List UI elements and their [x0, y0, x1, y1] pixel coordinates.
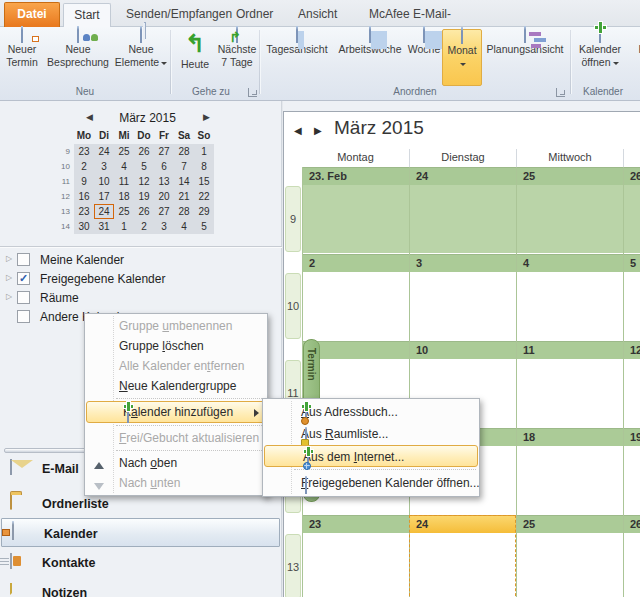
tree-item-raeume[interactable]: ▷ Räume	[0, 289, 280, 308]
minical-day[interactable]: 31	[94, 219, 114, 234]
calendar-cell[interactable]: 23. Feb	[302, 167, 409, 254]
anordnen-dialog-launcher[interactable]	[556, 88, 565, 97]
menu-item-kalender-hinzufuegen[interactable]: Kalender hinzufügen	[86, 401, 266, 423]
minical-day[interactable]: 26	[134, 204, 154, 219]
minical-day[interactable]: 14	[174, 174, 194, 189]
new-appointment-button[interactable]: NeuerTermin	[2, 29, 42, 86]
nav-contacts[interactable]: Kontakte	[0, 548, 281, 577]
calendar-cell[interactable]: 11	[516, 341, 623, 428]
next-7-days-button[interactable]: ↱ Nächste7 Tage	[216, 29, 258, 86]
menu-item-gruppe-loeschen[interactable]: Gruppe löschen	[85, 336, 267, 356]
submenu-item-aus-adressbuch[interactable]: Aus Adressbuch...	[263, 401, 479, 423]
minical-day[interactable]: 9	[74, 174, 94, 189]
new-items-button[interactable]: Neue Elemente	[114, 29, 168, 86]
checkbox[interactable]	[17, 291, 30, 304]
tree-item-meine-kalender[interactable]: ▷ Meine Kalender	[0, 251, 280, 270]
minical-day[interactable]: 27	[154, 144, 174, 159]
expand-triangle-icon[interactable]: ▷	[6, 273, 12, 282]
calendar-cell[interactable]: 19	[623, 428, 640, 515]
week-view-button[interactable]: Woche	[405, 29, 443, 86]
minical-day[interactable]: 23	[74, 204, 94, 219]
minical-day[interactable]: 1	[194, 144, 214, 159]
minical-day[interactable]: 13	[154, 174, 174, 189]
minical-day[interactable]: 29	[194, 204, 214, 219]
calendar-cell[interactable]: 24	[409, 167, 516, 254]
calendar-cell[interactable]: 5	[623, 254, 640, 341]
minical-day[interactable]: 27	[154, 204, 174, 219]
minical-day[interactable]: 5	[134, 159, 154, 174]
calendar-cell[interactable]: 26	[623, 167, 640, 254]
nav-calendar[interactable]: Kalender	[1, 518, 280, 547]
minical-day[interactable]: 16	[74, 189, 94, 204]
calendar-cell[interactable]: 25	[516, 515, 623, 597]
minical-next-arrow[interactable]: ▶	[203, 112, 210, 122]
calendar-cell[interactable]: 3	[409, 254, 516, 341]
tab-start[interactable]: Start	[63, 3, 111, 27]
minical-day[interactable]: 1	[114, 219, 134, 234]
calendar-cell[interactable]: 18	[516, 428, 623, 515]
minical-day[interactable]: 2	[134, 219, 154, 234]
menu-item-nach-oben[interactable]: Nach oben	[85, 453, 267, 473]
minical-day[interactable]: 21	[174, 189, 194, 204]
minical-day[interactable]: 22	[194, 189, 214, 204]
minical-day[interactable]: 8	[194, 159, 214, 174]
checkbox[interactable]	[17, 310, 30, 323]
minical-day[interactable]: 23	[74, 144, 94, 159]
minical-day[interactable]: 30	[74, 219, 94, 234]
minical-day[interactable]: 15	[194, 174, 214, 189]
minical-day[interactable]: 10	[94, 174, 114, 189]
open-calendar-button[interactable]: Kalender öffnen	[573, 29, 627, 86]
calendar-cell[interactable]: 25	[516, 167, 623, 254]
minical-day[interactable]: 6	[154, 159, 174, 174]
tab-datei[interactable]: Datei	[4, 2, 60, 27]
work-week-view-button[interactable]: Arbeitswoche	[334, 29, 406, 86]
day-view-button[interactable]: Tagesansicht	[261, 29, 333, 86]
tab-senden-empfangen[interactable]: Senden/Empfangen	[116, 3, 224, 27]
minical-day[interactable]: 20	[154, 189, 174, 204]
minical-day[interactable]: 7	[174, 159, 194, 174]
calendar-cell[interactable]: 4	[516, 254, 623, 341]
today-button[interactable]: ↰ Heute	[174, 29, 216, 86]
calendar-cell[interactable]: 12	[623, 341, 640, 428]
minical-day[interactable]: 18	[114, 189, 134, 204]
tab-mcafee[interactable]: McAfee E-Mail-Scan	[350, 3, 470, 27]
menu-item-neue-kalendergruppe[interactable]: Neue Kalendergruppe	[85, 376, 267, 396]
minical-day[interactable]: 11	[114, 174, 134, 189]
minical-day[interactable]: 25	[114, 204, 134, 219]
minical-day[interactable]: 25	[114, 144, 134, 159]
minical-day-selected[interactable]: 24	[94, 204, 114, 219]
minical-day[interactable]: 2	[74, 159, 94, 174]
tab-ordner[interactable]: Ordner	[226, 3, 282, 27]
new-meeting-button[interactable]: NeueBesprechung	[42, 29, 114, 86]
minical-day[interactable]: 28	[174, 204, 194, 219]
tab-ansicht[interactable]: Ansicht	[288, 3, 346, 27]
minical-day[interactable]: 4	[114, 159, 134, 174]
calendar-forward-arrow[interactable]: ▶	[314, 125, 322, 136]
tree-item-freigegebene-kalender[interactable]: ▷ ✓ Freigegebene Kalender	[0, 270, 280, 289]
minical-day[interactable]: 19	[134, 189, 154, 204]
checkbox-checked[interactable]: ✓	[17, 272, 30, 285]
calendar-cell-today[interactable]: 24	[409, 515, 516, 597]
minical-prev-arrow[interactable]: ◀	[86, 112, 93, 122]
expand-triangle-icon[interactable]: ▷	[6, 292, 12, 301]
minical-day[interactable]: 3	[94, 159, 114, 174]
calendar-cell[interactable]: 2	[302, 254, 409, 341]
submenu-item-freigegebenen-kalender[interactable]: Freigegebenen Kalender öffnen...	[263, 472, 479, 494]
minical-day[interactable]: 5	[194, 219, 214, 234]
submenu-item-aus-raumliste[interactable]: Aus Raumliste...	[263, 423, 479, 445]
minical-day[interactable]: 26	[134, 144, 154, 159]
gehezu-dialog-launcher[interactable]	[248, 88, 257, 97]
month-view-button[interactable]: Monat	[442, 29, 482, 86]
calendar-back-arrow[interactable]: ◀	[294, 125, 302, 136]
minical-day[interactable]: 28	[174, 144, 194, 159]
calendar-groups-button-partial[interactable]: Kale	[629, 29, 640, 86]
schedule-view-button[interactable]: Planungsansicht	[482, 29, 568, 86]
expand-triangle-icon[interactable]: ▷	[6, 254, 12, 263]
calendar-cell[interactable]: 23	[302, 515, 409, 597]
checkbox[interactable]	[17, 253, 30, 266]
minical-day[interactable]: 17	[94, 189, 114, 204]
minical-day[interactable]: 24	[94, 144, 114, 159]
minical-day[interactable]: 3	[154, 219, 174, 234]
minical-day[interactable]: 12	[134, 174, 154, 189]
calendar-cell[interactable]: 26	[623, 515, 640, 597]
